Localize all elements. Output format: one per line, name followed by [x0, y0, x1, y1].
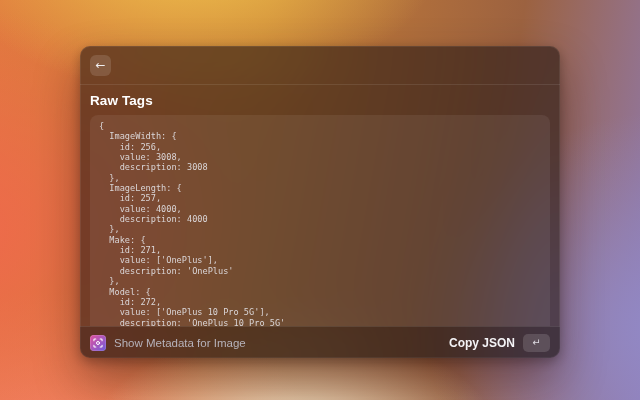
action-bar: Show Metadata for Image Copy JSON ↵ — [80, 326, 560, 358]
enter-key-badge[interactable]: ↵ — [523, 334, 550, 352]
metadata-window: ← Raw Tags { ImageWidth: { id: 256, valu… — [80, 46, 560, 358]
command-name-label: Show Metadata for Image — [114, 337, 246, 349]
action-bar-left: Show Metadata for Image — [90, 335, 449, 351]
return-key-icon: ↵ — [532, 338, 540, 348]
back-button[interactable]: ← — [90, 55, 111, 76]
raw-tags-code-block[interactable]: { ImageWidth: { id: 256, value: 3008, de… — [90, 115, 550, 326]
raw-tags-json-text: { ImageWidth: { id: 256, value: 3008, de… — [90, 115, 550, 326]
action-bar-right: Copy JSON ↵ — [449, 334, 550, 352]
window-header: ← — [80, 46, 560, 85]
desktop-background: { "window": { "back_icon_glyph": "←", "t… — [0, 0, 640, 400]
image-metadata-extension-icon — [90, 335, 106, 351]
copy-json-button[interactable]: Copy JSON — [449, 336, 515, 350]
page-title: Raw Tags — [80, 85, 560, 115]
back-arrow-icon: ← — [95, 59, 105, 71]
